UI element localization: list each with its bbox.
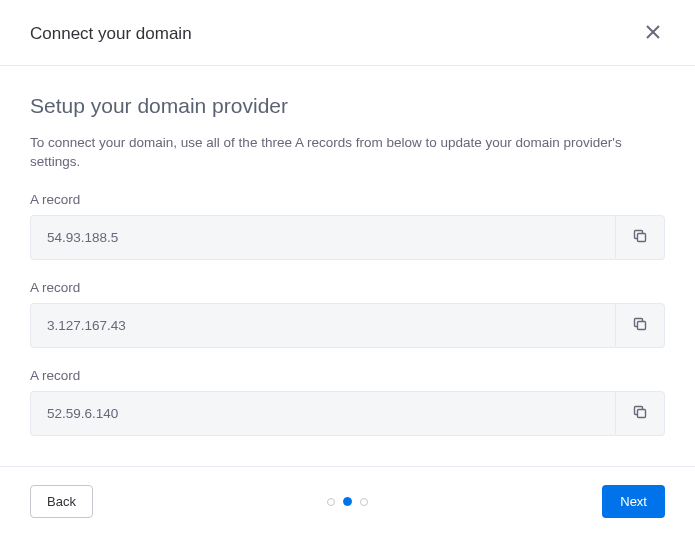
svg-rect-3 <box>638 321 646 329</box>
input-row <box>30 303 665 348</box>
a-record-group-2: A record <box>30 280 665 348</box>
copy-icon <box>632 316 648 335</box>
input-row <box>30 391 665 436</box>
a-record-input-3[interactable] <box>30 391 615 436</box>
copy-button-3[interactable] <box>615 391 665 436</box>
dialog-footer: Back Next <box>0 466 695 536</box>
a-record-label: A record <box>30 192 665 207</box>
back-button[interactable]: Back <box>30 485 93 518</box>
svg-rect-4 <box>638 409 646 417</box>
a-record-label: A record <box>30 368 665 383</box>
copy-button-1[interactable] <box>615 215 665 260</box>
step-dot-3[interactable] <box>360 498 368 506</box>
a-record-input-1[interactable] <box>30 215 615 260</box>
copy-icon <box>632 228 648 247</box>
step-pagination <box>327 497 368 506</box>
a-record-input-2[interactable] <box>30 303 615 348</box>
dialog-header: Connect your domain <box>0 0 695 66</box>
dialog-title: Connect your domain <box>30 24 192 44</box>
dialog-content: Setup your domain provider To connect yo… <box>0 66 695 476</box>
description-text: To connect your domain, use all of the t… <box>30 134 665 172</box>
copy-icon <box>632 404 648 423</box>
next-button[interactable]: Next <box>602 485 665 518</box>
step-dot-1[interactable] <box>327 498 335 506</box>
a-record-label: A record <box>30 280 665 295</box>
svg-rect-2 <box>638 233 646 241</box>
a-record-group-3: A record <box>30 368 665 436</box>
main-heading: Setup your domain provider <box>30 94 665 118</box>
copy-button-2[interactable] <box>615 303 665 348</box>
a-record-group-1: A record <box>30 192 665 260</box>
input-row <box>30 215 665 260</box>
step-dot-2[interactable] <box>343 497 352 506</box>
close-icon <box>645 24 661 43</box>
close-button[interactable] <box>641 20 665 47</box>
